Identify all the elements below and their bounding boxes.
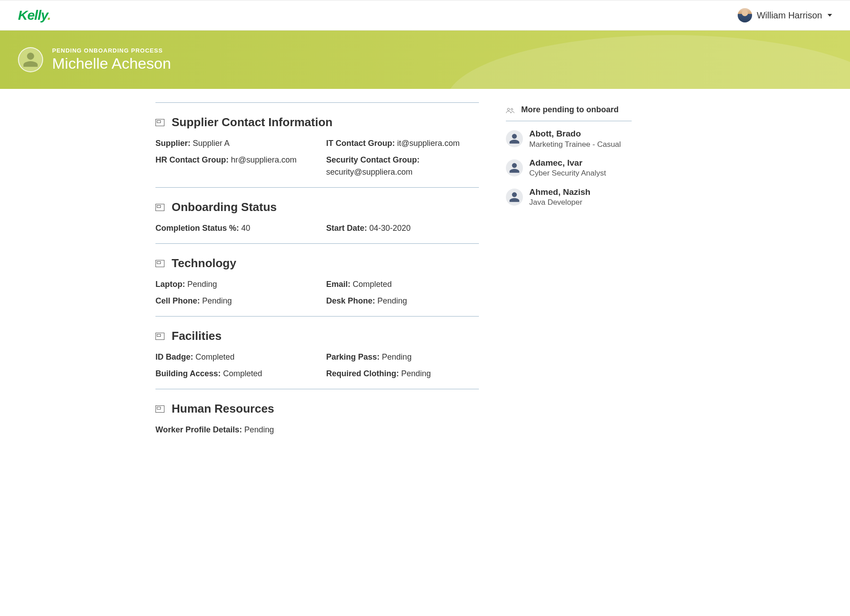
- field: IT Contact Group: it@suppliera.com: [326, 137, 479, 150]
- section-title: Human Resources: [172, 402, 274, 416]
- field: Completion Status %: 40: [155, 222, 308, 234]
- pending-item-role: Cyber Security Analyst: [529, 168, 606, 178]
- field-value: Pending: [187, 280, 217, 289]
- field: Required Clothing: Pending: [326, 368, 479, 380]
- field-value: security@suppliera.com: [326, 167, 412, 176]
- field-grid: Laptop: PendingEmail: CompletedCell Phon…: [155, 278, 479, 307]
- pending-item-name: Adamec, Ivar: [529, 158, 606, 169]
- field-label: Required Clothing:: [326, 369, 399, 378]
- person-avatar-icon: [18, 47, 43, 72]
- user-avatar-icon: [738, 8, 752, 22]
- pending-item-name: Abott, Brado: [529, 128, 621, 140]
- field: ID Badge: Completed: [155, 351, 308, 363]
- sidebar: More pending to onboard Abott, BradoMark…: [506, 102, 632, 445]
- pending-item-name: Ahmed, Nazish: [529, 187, 590, 198]
- pending-item-role: Marketing Trainee - Casual: [529, 140, 621, 150]
- field-value: Pending: [244, 425, 274, 434]
- field-label: Email:: [326, 280, 350, 289]
- field-value: it@suppliera.com: [397, 139, 460, 148]
- field-label: ID Badge:: [155, 352, 193, 361]
- field-label: Security Contact Group:: [326, 155, 420, 164]
- person-silhouette-icon: [506, 130, 523, 147]
- field-value: Completed: [195, 352, 235, 361]
- section: Supplier Contact InformationSupplier: Su…: [155, 102, 479, 187]
- field: Cell Phone: Pending: [155, 295, 308, 307]
- chevron-down-icon: [828, 14, 832, 17]
- field-grid: Worker Profile Details: Pending: [155, 424, 479, 436]
- field-grid: ID Badge: CompletedParking Pass: Pending…: [155, 351, 479, 380]
- svg-point-1: [511, 108, 513, 110]
- section-title: Onboarding Status: [172, 200, 277, 214]
- sidebar-header: More pending to onboard: [506, 102, 632, 121]
- card-icon: [155, 119, 164, 126]
- field: Start Date: 04-30-2020: [326, 222, 479, 234]
- field-value: 40: [241, 224, 250, 233]
- field-value: Supplier A: [193, 139, 230, 148]
- pending-onboard-item[interactable]: Ahmed, NazishJava Developer: [506, 187, 632, 208]
- field-label: HR Contact Group:: [155, 155, 229, 164]
- field-label: IT Contact Group:: [326, 139, 395, 148]
- field-label: Parking Pass:: [326, 352, 380, 361]
- people-icon: [506, 107, 515, 113]
- field-label: Worker Profile Details:: [155, 425, 242, 434]
- section-title: Supplier Contact Information: [172, 115, 332, 129]
- section-header: Onboarding Status: [155, 200, 479, 214]
- card-icon: [155, 405, 164, 413]
- field-grid: Completion Status %: 40Start Date: 04-30…: [155, 222, 479, 234]
- hero-person-name: Michelle Acheson: [52, 55, 171, 72]
- pending-item-text: Abott, BradoMarketing Trainee - Casual: [529, 128, 621, 150]
- person-silhouette-icon: [506, 159, 523, 176]
- card-icon: [155, 333, 164, 340]
- field: Desk Phone: Pending: [326, 295, 479, 307]
- pending-item-text: Ahmed, NazishJava Developer: [529, 187, 590, 208]
- field-value: Pending: [377, 296, 407, 305]
- top-bar: Kelly William Harrison: [0, 0, 850, 31]
- field-label: Desk Phone:: [326, 296, 375, 305]
- field-label: Cell Phone:: [155, 296, 200, 305]
- field: Email: Completed: [326, 278, 479, 290]
- field-value: Pending: [401, 369, 431, 378]
- field: Laptop: Pending: [155, 278, 308, 290]
- field: Worker Profile Details: Pending: [155, 424, 308, 436]
- field: Building Access: Completed: [155, 368, 308, 380]
- section-title: Technology: [172, 256, 236, 270]
- section: FacilitiesID Badge: CompletedParking Pas…: [155, 316, 479, 389]
- field-label: Supplier:: [155, 139, 190, 148]
- section: TechnologyLaptop: PendingEmail: Complete…: [155, 243, 479, 316]
- section-title: Facilities: [172, 329, 221, 343]
- card-icon: [155, 260, 164, 267]
- user-name-label: William Harrison: [757, 10, 822, 21]
- sidebar-title: More pending to onboard: [521, 105, 619, 114]
- person-silhouette-icon: [506, 189, 523, 206]
- pending-item-role: Java Developer: [529, 198, 590, 207]
- main-content: Supplier Contact InformationSupplier: Su…: [155, 102, 479, 445]
- field-label: Completion Status %:: [155, 224, 239, 233]
- pending-onboard-item[interactable]: Abott, BradoMarketing Trainee - Casual: [506, 128, 632, 150]
- user-menu[interactable]: William Harrison: [738, 8, 832, 22]
- field-label: Laptop:: [155, 280, 185, 289]
- svg-point-0: [507, 108, 509, 110]
- hero-banner: PENDING ONBOARDING PROCESS Michelle Ache…: [0, 31, 850, 89]
- section: Onboarding StatusCompletion Status %: 40…: [155, 187, 479, 243]
- field-grid: Supplier: Supplier AIT Contact Group: it…: [155, 137, 479, 178]
- field-value: Completed: [223, 369, 262, 378]
- section-header: Human Resources: [155, 402, 479, 416]
- hero-eyebrow: PENDING ONBOARDING PROCESS: [52, 47, 171, 54]
- section-header: Facilities: [155, 329, 479, 343]
- field: Supplier: Supplier A: [155, 137, 308, 150]
- pending-list: Abott, BradoMarketing Trainee - CasualAd…: [506, 128, 632, 207]
- pending-onboard-item[interactable]: Adamec, IvarCyber Security Analyst: [506, 158, 632, 179]
- pending-item-text: Adamec, IvarCyber Security Analyst: [529, 158, 606, 179]
- section: Human ResourcesWorker Profile Details: P…: [155, 389, 479, 445]
- field: Security Contact Group: security@supplie…: [326, 154, 479, 178]
- card-icon: [155, 204, 164, 211]
- field: Parking Pass: Pending: [326, 351, 479, 363]
- field-label: Start Date:: [326, 224, 367, 233]
- field-value: Pending: [382, 352, 412, 361]
- field-value: Pending: [202, 296, 232, 305]
- section-header: Supplier Contact Information: [155, 115, 479, 129]
- field-value: hr@suppliera.com: [231, 155, 297, 164]
- field-value: 04-30-2020: [369, 224, 411, 233]
- field-label: Building Access:: [155, 369, 221, 378]
- logo[interactable]: Kelly: [18, 8, 51, 23]
